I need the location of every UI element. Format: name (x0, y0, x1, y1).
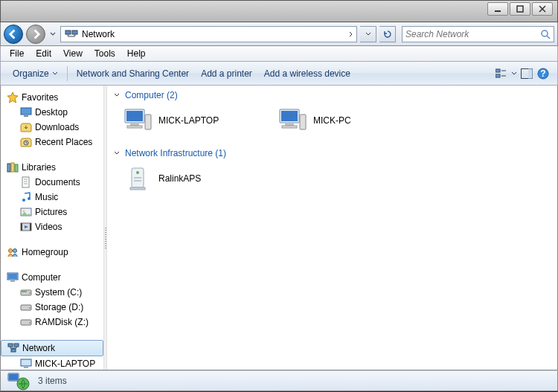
svg-point-23 (23, 211, 25, 213)
tree-label: Network (22, 343, 55, 353)
svg-rect-13 (21, 108, 31, 115)
svg-rect-0 (495, 10, 501, 12)
menu-tools[interactable]: Tools (89, 47, 121, 60)
help-button[interactable]: ? (535, 65, 551, 82)
minimize-button[interactable] (487, 2, 508, 16)
address-text: Network (82, 29, 344, 39)
tree-pictures[interactable]: Pictures (1, 205, 103, 219)
menu-help[interactable]: Help (121, 47, 152, 60)
tree-label: Favorites (22, 92, 58, 103)
svg-rect-7 (496, 69, 500, 72)
group-label: Network Infrastructure (1) (125, 148, 226, 158)
tree-favorites[interactable]: Favorites (1, 90, 103, 105)
network-device-icon (123, 164, 153, 193)
tree-music[interactable]: Music (1, 190, 103, 205)
tree-homegroup[interactable]: Homegroup (1, 245, 103, 260)
svg-rect-42 (21, 359, 31, 366)
history-dropdown[interactable] (48, 27, 57, 42)
svg-rect-57 (134, 180, 141, 181)
tree-label: Computer (22, 272, 61, 283)
svg-rect-48 (145, 115, 151, 129)
network-sharing-center-button[interactable]: Network and Sharing Center (71, 65, 195, 82)
refresh-button[interactable] (379, 26, 396, 42)
tree-network[interactable]: Network (1, 340, 103, 356)
add-printer-button[interactable]: Add a printer (195, 65, 258, 82)
svg-point-27 (9, 249, 13, 253)
tree-label: Storage (D:) (35, 302, 83, 312)
tree-libraries[interactable]: Libraries (1, 160, 103, 175)
svg-rect-17 (11, 163, 14, 172)
tree-drive-z[interactable]: RAMDisk (Z:) (1, 315, 103, 330)
favorites-icon (7, 91, 19, 103)
svg-rect-39 (8, 344, 13, 347)
menu-bar: File Edit View Tools Help (0, 46, 558, 62)
add-wireless-device-button[interactable]: Add a wireless device (258, 65, 356, 82)
svg-rect-52 (282, 126, 297, 128)
recent-places-icon (20, 136, 32, 148)
svg-rect-2 (65, 30, 71, 34)
music-icon (20, 191, 32, 203)
svg-rect-10 (528, 68, 533, 78)
address-bar[interactable]: Network (60, 26, 357, 42)
navigation-pane[interactable]: Favorites Desktop Downloads Recent Place… (1, 86, 103, 370)
item-label: MICK-PC (313, 115, 351, 126)
preview-pane-button[interactable] (519, 65, 535, 82)
tree-label: Pictures (35, 207, 67, 217)
videos-icon (20, 221, 32, 233)
svg-rect-30 (8, 274, 17, 279)
svg-rect-56 (134, 177, 141, 179)
group-header-infrastructure[interactable]: Network Infrastructure (1) (113, 147, 551, 160)
network-computer-item[interactable]: MICK-LAPTOP (121, 103, 269, 138)
change-view-button[interactable] (493, 65, 510, 82)
maximize-button[interactable] (510, 2, 530, 16)
organize-label: Organize (13, 68, 49, 79)
network-icon (7, 342, 19, 354)
svg-rect-19 (22, 177, 29, 187)
menu-edit[interactable]: Edit (30, 47, 57, 60)
drive-icon (20, 316, 32, 328)
tree-drive-c[interactable]: System (C:) (1, 285, 103, 300)
tree-label: Videos (35, 222, 62, 232)
search-box[interactable] (402, 26, 554, 42)
svg-rect-5 (74, 34, 76, 36)
tree-documents[interactable]: Documents (1, 175, 103, 190)
svg-rect-18 (15, 164, 18, 172)
svg-point-28 (13, 249, 17, 253)
computer-icon (278, 106, 307, 135)
title-bar (0, 0, 558, 22)
pictures-icon (20, 206, 32, 218)
back-button[interactable] (4, 25, 23, 44)
breadcrumb-chevron[interactable] (344, 27, 356, 42)
svg-rect-58 (130, 187, 145, 190)
svg-point-55 (136, 171, 139, 174)
content-pane[interactable]: Computer (2) MICK-LAPTOP MICK-PC Network… (107, 86, 557, 370)
change-view-dropdown[interactable] (510, 65, 519, 82)
item-label: RalinkAPS (158, 173, 201, 184)
tree-downloads[interactable]: Downloads (1, 120, 103, 135)
search-input[interactable] (405, 29, 540, 39)
svg-rect-4 (67, 34, 69, 36)
svg-rect-26 (30, 223, 31, 231)
close-button[interactable] (532, 2, 553, 16)
organize-button[interactable]: Organize (7, 65, 64, 82)
tree-recent-places[interactable]: Recent Places (1, 135, 103, 150)
svg-text:?: ? (540, 68, 545, 79)
network-device-item[interactable]: RalinkAPS (121, 161, 269, 196)
tree-videos[interactable]: Videos (1, 219, 103, 234)
svg-rect-1 (517, 6, 523, 12)
tree-label: Desktop (35, 107, 68, 118)
network-computer-item[interactable]: MICK-PC (275, 103, 424, 138)
menu-file[interactable]: File (4, 47, 30, 60)
splitter[interactable] (103, 86, 107, 370)
tree-computer[interactable]: Computer (1, 270, 103, 285)
svg-rect-50 (281, 111, 298, 121)
documents-icon (20, 176, 32, 188)
tree-network-computer[interactable]: MICK-LAPTOP (1, 356, 103, 370)
menu-view[interactable]: View (57, 47, 89, 60)
tree-label: Music (35, 192, 58, 202)
address-dropdown[interactable] (360, 26, 376, 42)
group-header-computer[interactable]: Computer (2) (113, 89, 551, 102)
forward-button[interactable] (26, 25, 45, 44)
tree-desktop[interactable]: Desktop (1, 105, 103, 120)
tree-drive-d[interactable]: Storage (D:) (1, 300, 103, 315)
